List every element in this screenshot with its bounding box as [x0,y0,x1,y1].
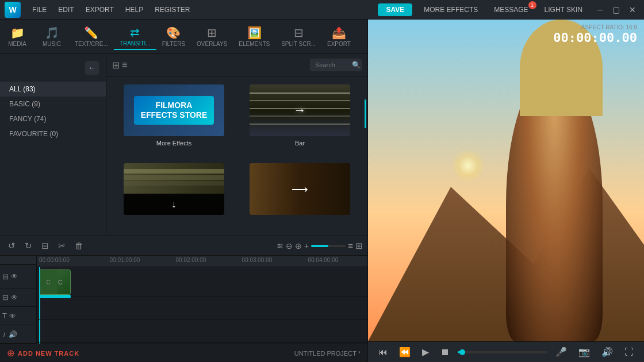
snap-button[interactable]: ⊟ [38,240,52,252]
effects-panel: ← ALL (83) BASIC (9) FANCY (74) FAVOURIT… [0,54,367,236]
fullscreen-button[interactable]: ⛶ [621,346,637,359]
play-button[interactable]: ▶ [419,345,432,359]
effect-bar[interactable]: → Bar [237,81,363,160]
maximize-button[interactable]: ▢ [609,5,623,14]
zoom-out-btn[interactable]: ⊖ [286,241,293,251]
timecode-display: 00:00:00.00 [553,30,637,45]
close-button[interactable]: ✕ [626,5,639,14]
tab-elements-label: ELEMENTS [239,41,270,47]
tab-music-label: MUSIC [43,41,61,47]
progress-bar[interactable] [458,351,547,353]
tab-filters[interactable]: 🎨 FILTERS [156,24,191,49]
split-arrow-icon: ⟶ [292,182,308,196]
video-clip[interactable]: C C [39,269,71,295]
effect-thumb-split: ⟶ [250,163,350,215]
menu-export[interactable]: EXPORT [81,3,118,16]
undo-button[interactable]: ↺ [5,240,19,252]
snapshot-button[interactable]: 📷 [575,345,593,359]
detach-button[interactable]: ✂ [55,240,69,252]
message-menu-item[interactable]: MESSAGE 1 [489,3,532,16]
more-effects-btn[interactable]: MORE EFFECTS [419,3,482,16]
add-track-bar[interactable]: ⊕ ADD NEW TRACK UNTITLED PROJECT * [0,344,367,362]
filters-icon: 🎨 [166,26,181,40]
go-start-button[interactable]: ⏮ [375,346,391,359]
menu-help[interactable]: HELP [121,3,148,16]
grid-view-button[interactable]: ⊞ [112,60,120,71]
bar-preview: → [250,84,350,136]
effects-sidebar: ← ALL (83) BASIC (9) FANCY (74) FAVOURIT… [0,54,106,236]
message-badge: 1 [528,1,536,9]
tab-transitions[interactable]: ⇄ TRANSITI... [114,23,156,50]
menu-right: MORE EFFECTS MESSAGE 1 LIGHT SKIN [419,3,587,16]
mic-button[interactable]: 🎤 [552,345,570,359]
tab-export-label: EXPORT [327,41,351,47]
layout-btn[interactable]: ≡ [348,241,353,251]
ruler-mark-0: 00:00:00:00 [39,257,70,263]
video-track-eye[interactable]: 👁 [11,272,18,280]
effect-more-effects[interactable]: FILMORAEFFECTS STORE More Effects [111,81,237,160]
save-button[interactable]: SAVE [378,3,412,16]
text-track-eye[interactable]: 👁 [9,312,16,320]
overlay-cursor [39,297,40,319]
left-panel: 📁 MEDIA 🎵 MUSIC ✏️ TEXT/CRE... ⇄ TRANSIT… [0,20,368,362]
effects-grid: FILMORAEFFECTS STORE More Effects [106,76,367,236]
tab-splitscreen[interactable]: ⊟ SPLIT SCR... [275,24,321,49]
minimize-button[interactable]: ─ [594,5,607,14]
category-favourite[interactable]: FAVOURITE (0) [0,126,106,141]
export-icon: 📤 [332,26,346,40]
effect-lower[interactable]: ↓ [111,160,237,232]
tab-export[interactable]: 📤 EXPORT [321,24,356,49]
tab-text-label: TEXT/CRE... [75,41,108,47]
window-controls: ─ ▢ ✕ [594,5,639,14]
zoom-in-btn[interactable]: ⊕ [295,241,302,251]
timeline-content: ⊟ 👁 ⊟ 👁 T 👁 ♪ 🔊 [0,256,367,344]
tab-media-label: MEDIA [8,41,26,47]
tab-splitscreen-label: SPLIT SCR... [281,41,316,47]
stop-button[interactable]: ⏹ [437,346,453,359]
timeline-cursor[interactable] [39,267,40,296]
redo-button[interactable]: ↻ [21,240,36,252]
category-fancy[interactable]: FANCY (74) [0,111,106,126]
audio-track-eye[interactable]: 🔊 [9,330,17,338]
tab-music[interactable]: 🎵 MUSIC [34,24,69,49]
clip-label: C [57,278,63,287]
search-box[interactable]: 🔍 [310,59,362,71]
track-time-ruler [0,256,36,265]
project-name: UNTITLED PROJECT * [294,350,361,357]
zoom-controls: ≋ ⊖ ⊕ + ≡ ⊞ [277,241,363,251]
track-controls: ⊟ 👁 ⊟ 👁 T 👁 ♪ 🔊 [0,256,37,344]
search-input[interactable] [315,61,350,68]
overlay-track-eye[interactable]: 👁 [11,294,18,302]
tab-text[interactable]: ✏️ TEXT/CRE... [69,24,114,49]
category-basic[interactable]: BASIC (9) [0,97,106,111]
music-icon: 🎵 [45,26,59,40]
zoom-slider[interactable] [311,245,346,247]
lower-overlay: ↓ [124,194,224,215]
menu-register[interactable]: REGISTER [150,3,194,16]
effect-split[interactable]: ⟶ [237,160,363,232]
tab-media[interactable]: 📁 MEDIA [0,24,34,49]
effect-thumb-filmora: FILMORAEFFECTS STORE [124,84,224,136]
message-label: MESSAGE [489,3,532,16]
tab-overlays[interactable]: ⊞ OVERLAYS [191,24,233,49]
menu-edit[interactable]: EDIT [53,3,78,16]
effects-content: ⊞ ≡ 🔍 FILMORAEFFECTS STORE [106,54,367,236]
list-view-button[interactable]: ≡ [122,60,127,71]
prev-frame-button[interactable]: ⏪ [396,345,414,359]
ruler-mark-1: 00:01:00:00 [110,257,140,263]
menu-file[interactable]: FILE [28,3,51,16]
tab-elements[interactable]: 🖼️ ELEMENTS [233,24,275,49]
filmora-badge: FILMORAEFFECTS STORE [134,96,214,125]
zoom-waveform-btn[interactable]: ≋ [277,241,283,251]
category-all[interactable]: ALL (83) [0,82,106,97]
volume-button[interactable]: 🔊 [598,345,616,359]
skin-btn[interactable]: LIGHT SKIN [540,3,587,16]
media-icon: 📁 [10,26,25,40]
grid-layout-btn[interactable]: ⊞ [355,241,363,251]
back-button[interactable]: ← [85,61,99,75]
delete-button[interactable]: 🗑 [71,240,87,252]
zoom-plus-btn[interactable]: + [304,241,309,251]
add-track-label: ADD NEW TRACK [18,350,79,357]
effects-header: ⊞ ≡ 🔍 [106,54,367,76]
effect-name-bar: Bar [295,140,305,147]
